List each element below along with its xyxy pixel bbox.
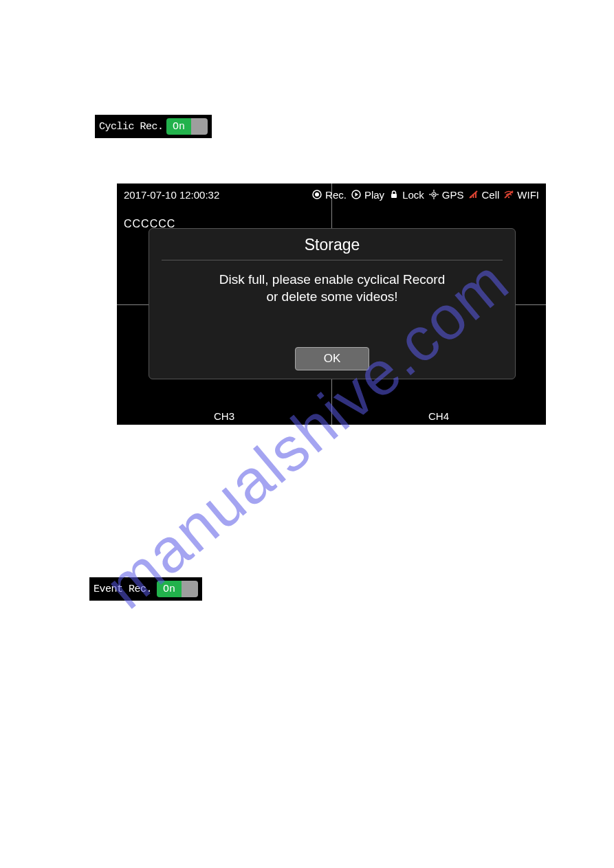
storage-dialog: Storage Disk full, please enable cyclica… (149, 228, 516, 379)
svg-point-1 (315, 192, 319, 197)
svg-point-14 (508, 197, 509, 198)
cyclic-rec-toggle[interactable]: On (166, 118, 208, 135)
cell-label: Cell (482, 189, 500, 201)
lock-indicator[interactable]: Lock (388, 189, 424, 201)
event-rec-toggle[interactable]: On (157, 581, 198, 597)
wifi-indicator[interactable]: WIFI (503, 189, 539, 201)
dialog-message: Disk full, please enable cyclical Record… (219, 260, 445, 347)
lock-icon (388, 189, 399, 200)
play-icon (351, 189, 362, 200)
cell-signal-off-icon (468, 189, 479, 200)
channel-3-label: CH3 (214, 410, 234, 422)
top-status-bar: 2017-07-10 12:00:32 Rec. Play Lock GPS (117, 183, 546, 205)
channel-4-label: CH4 (428, 410, 449, 422)
dvr-screen: 2017-07-10 12:00:32 Rec. Play Lock GPS (117, 183, 546, 425)
wifi-label: WIFI (517, 189, 539, 201)
toggle-knob (182, 581, 198, 597)
lock-label: Lock (402, 189, 424, 201)
dialog-message-line2: or delete some videos! (266, 289, 397, 306)
dialog-message-line1: Disk full, please enable cyclical Record (219, 271, 445, 289)
cyclic-rec-label: Cyclic Rec. (99, 121, 166, 133)
svg-rect-3 (391, 194, 397, 198)
dialog-title: Storage (162, 236, 503, 260)
timestamp: 2017-07-10 12:00:32 (124, 189, 219, 201)
event-rec-toggle-state: On (157, 581, 182, 597)
event-rec-label: Event Rec. (94, 583, 157, 595)
event-rec-toggle-row: Event Rec. On (89, 577, 202, 601)
record-icon (311, 189, 322, 200)
rec-label: Rec. (325, 189, 347, 201)
cell-indicator[interactable]: Cell (468, 189, 500, 201)
play-label: Play (364, 189, 384, 201)
cyclic-rec-toggle-row: Cyclic Rec. On (95, 115, 212, 138)
svg-point-5 (433, 194, 435, 195)
gps-label: GPS (442, 189, 464, 201)
gps-indicator[interactable]: GPS (428, 189, 464, 201)
play-indicator[interactable]: Play (351, 189, 384, 201)
cyclic-rec-toggle-state: On (166, 118, 191, 135)
gps-icon (428, 189, 439, 200)
rec-indicator[interactable]: Rec. (311, 189, 347, 201)
wifi-off-icon (503, 189, 514, 200)
toggle-knob (191, 118, 208, 135)
ok-button[interactable]: OK (295, 347, 369, 370)
